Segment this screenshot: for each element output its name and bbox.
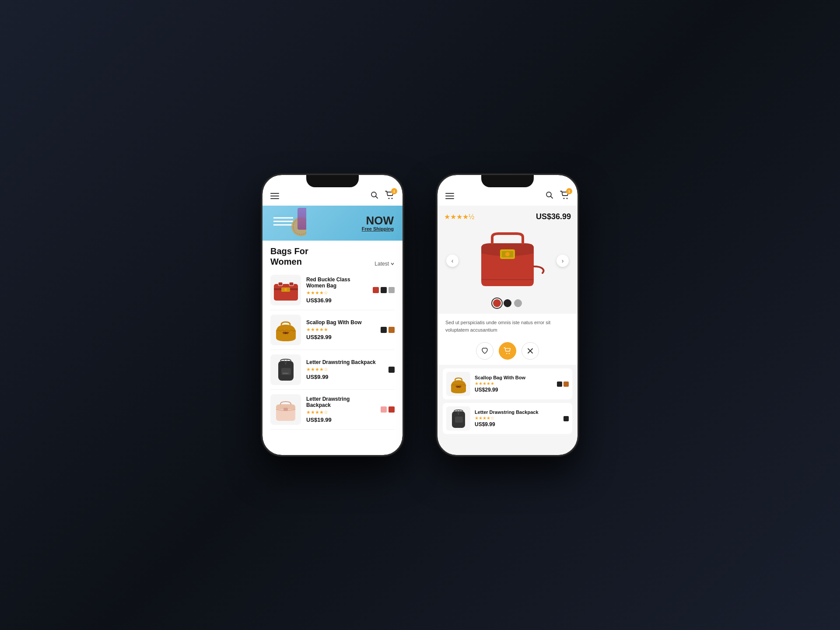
product-thumbnail [270, 394, 301, 425]
color-swatch[interactable] [381, 287, 387, 293]
svg-point-25 [564, 198, 565, 199]
svg-text:letter: letter [283, 372, 288, 374]
rating-price-row: ★★★★½ US$36.99 [444, 212, 571, 221]
section-header: Bags For Women Latest [262, 241, 402, 270]
close-button[interactable] [522, 342, 539, 360]
product-thumbnail: letter [270, 354, 301, 385]
related-stars: ★★★★★ [475, 381, 553, 386]
section-title: Bags For Women [270, 246, 308, 267]
color-swatch-grey[interactable] [514, 299, 522, 307]
menu-icon[interactable] [445, 193, 454, 199]
product-info: Scallop Bag With Bow ★★★★★ US$29.99 [306, 319, 375, 340]
product-info: Letter Drawstring Backpack ★★★★☆ US$9.99 [306, 359, 383, 380]
color-swatch[interactable] [373, 287, 379, 293]
svg-point-35 [458, 386, 459, 388]
phone-2: 1 ★★★★½ US$36.99 ‹ [438, 175, 578, 455]
banner-free-shipping-text: Free Shipping [362, 226, 394, 231]
related-products: Scallop Bag With Bow ★★★★★ US$29.99 [438, 365, 578, 455]
svg-line-1 [376, 196, 378, 199]
cart-badge: 1 [566, 188, 572, 194]
description-text: Sed ut perspiciatis unde omnis iste natu… [445, 320, 550, 332]
svg-point-26 [567, 198, 568, 199]
product-description: Sed ut perspiciatis unde omnis iste natu… [438, 314, 578, 339]
svg-rect-37 [455, 416, 463, 423]
svg-line-24 [551, 196, 553, 199]
color-swatch[interactable] [388, 327, 395, 333]
related-thumbnail [446, 406, 470, 430]
prev-image-button[interactable]: ‹ [446, 255, 458, 267]
color-swatch[interactable] [564, 382, 569, 387]
sort-dropdown[interactable]: Latest [374, 261, 395, 267]
color-swatch[interactable] [388, 406, 395, 413]
related-price: US$29.99 [475, 387, 553, 393]
product-price: US$9.99 [306, 374, 383, 380]
svg-rect-22 [284, 408, 288, 411]
color-swatch[interactable] [388, 367, 395, 373]
related-thumbnail [446, 372, 470, 396]
color-swatch[interactable] [557, 382, 562, 387]
banner: NOW Free Shipping [262, 206, 402, 241]
color-swatch-black[interactable] [504, 299, 511, 307]
hero-product-image [468, 229, 547, 293]
color-swatches [388, 367, 395, 373]
color-swatch[interactable] [381, 406, 387, 413]
related-swatches [564, 416, 569, 421]
product-thumbnail [270, 275, 301, 305]
add-to-cart-button[interactable] [499, 342, 516, 360]
product-info: Red Buckle Class Women Bag ★★★★☆ US$36.9… [306, 276, 368, 304]
cart-icon[interactable]: 1 [560, 191, 570, 201]
related-name: Letter Drawstring Backpack [475, 410, 559, 415]
color-swatch[interactable] [381, 327, 387, 333]
list-item[interactable]: letter Letter Drawstring Backpack ★★★★☆ … [270, 350, 395, 390]
product-thumbnail [270, 315, 301, 345]
list-item[interactable]: Red Buckle Class Women Bag ★★★★☆ US$36.9… [270, 270, 395, 310]
product-price: US$29.99 [306, 334, 375, 340]
product-image-container: ‹ [444, 226, 571, 296]
related-stars: ★★★★☆ [475, 416, 559, 420]
notch-2 [481, 175, 534, 187]
search-icon[interactable] [370, 191, 379, 201]
svg-rect-12 [289, 282, 294, 286]
product-name: Scallop Bag With Bow [306, 319, 375, 326]
search-icon[interactable] [545, 191, 554, 201]
next-image-button[interactable]: › [556, 255, 569, 267]
action-buttons [438, 339, 578, 365]
list-item[interactable]: Letter Drawstring Backpack ★★★★☆ US$9.99 [443, 403, 572, 434]
menu-icon[interactable] [270, 193, 279, 199]
svg-point-15 [284, 288, 287, 291]
product-name: Letter Drawstring Backpack [306, 396, 375, 408]
cart-icon[interactable]: 1 [385, 191, 395, 201]
product-info: Letter Drawstring Backpack ★★★★☆ US$19.9… [306, 396, 375, 423]
svg-point-31 [506, 353, 507, 354]
svg-point-2 [388, 198, 390, 199]
product-stars: ★★★★☆ [306, 410, 375, 415]
related-info: Scallop Bag With Bow ★★★★★ US$29.99 [475, 375, 553, 393]
product-list: Red Buckle Class Women Bag ★★★★☆ US$36.9… [262, 270, 402, 455]
list-item[interactable]: Scallop Bag With Bow ★★★★★ US$29.99 [270, 310, 395, 350]
color-swatches [373, 287, 395, 293]
phone-1: 1 [262, 175, 402, 455]
color-swatch[interactable] [388, 287, 395, 293]
svg-point-16 [284, 332, 287, 334]
svg-point-29 [505, 252, 510, 256]
color-swatches [381, 327, 395, 333]
banner-text: NOW Free Shipping [362, 215, 394, 231]
related-info: Letter Drawstring Backpack ★★★★☆ US$9.99 [475, 410, 559, 427]
related-name: Scallop Bag With Bow [475, 375, 553, 380]
cart-badge: 1 [391, 188, 397, 194]
svg-rect-10 [274, 284, 298, 301]
product-stars: ★★★★☆ [306, 290, 368, 296]
hero-price: US$36.99 [536, 212, 571, 221]
wishlist-button[interactable] [476, 342, 494, 360]
color-swatch-red[interactable] [493, 299, 501, 307]
svg-rect-11 [278, 282, 283, 286]
svg-point-3 [392, 198, 393, 199]
hero-section: ★★★★½ US$36.99 ‹ [438, 206, 578, 314]
color-swatches [381, 406, 395, 413]
color-swatch[interactable] [564, 416, 569, 421]
header-icons: 1 [545, 191, 570, 201]
product-price: US$36.99 [306, 297, 368, 304]
svg-point-32 [509, 353, 510, 354]
list-item[interactable]: Letter Drawstring Backpack ★★★★☆ US$19.9… [270, 390, 395, 430]
list-item[interactable]: Scallop Bag With Bow ★★★★★ US$29.99 [443, 368, 572, 399]
